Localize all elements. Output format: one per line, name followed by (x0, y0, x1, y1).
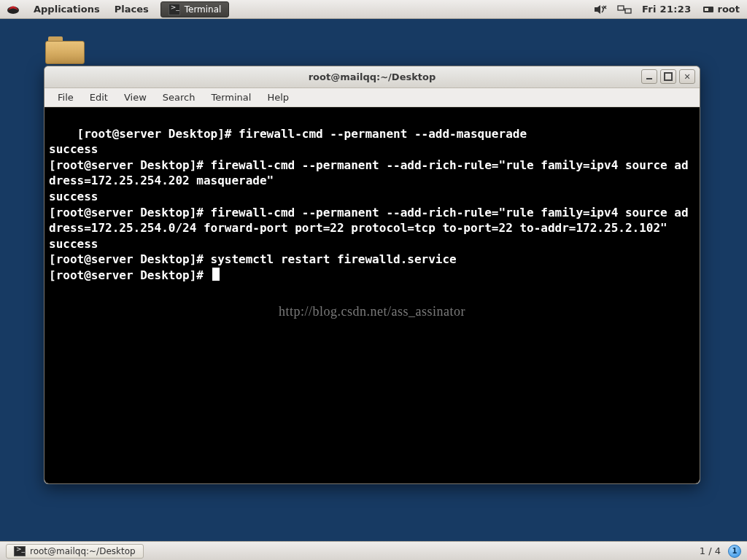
window-buttons (641, 69, 695, 84)
minimize-button[interactable] (641, 69, 657, 84)
terminal-menubar: File Edit View Search Terminal Help (44, 88, 700, 107)
watermark-text: http://blog.csdn.net/ass_assinator (44, 303, 700, 320)
taskbar-terminal-button[interactable]: root@mailqq:~/Desktop (6, 544, 144, 559)
close-button[interactable] (679, 69, 695, 84)
workspace-badge[interactable]: 1 (728, 545, 741, 558)
volume-icon[interactable] (594, 4, 607, 15)
taskbar-label: root@mailqq:~/Desktop (30, 546, 136, 556)
top-panel: Applications Places Terminal Fri 21:23 r… (0, 0, 747, 19)
terminal-output[interactable]: [root@server Desktop]# firewall-cmd --pe… (44, 107, 700, 483)
workspace-text: 1 / 4 (700, 545, 721, 556)
terminal-line: success (49, 237, 98, 251)
window-titlebar[interactable]: root@mailqq:~/Desktop (44, 66, 700, 88)
terminal-line: [root@server Desktop]# firewall-cmd --pe… (49, 158, 689, 188)
svg-rect-8 (705, 8, 708, 11)
top-panel-right: Fri 21:23 root (594, 4, 747, 15)
terminal-window: root@mailqq:~/Desktop File Edit View Sea… (44, 66, 700, 484)
terminal-line: [root@server Desktop]# firewall-cmd --pe… (49, 206, 689, 236)
menu-search[interactable]: Search (155, 90, 203, 104)
terminal-line: success (49, 190, 98, 203)
terminal-cursor (212, 268, 220, 281)
terminal-icon (14, 546, 26, 556)
panel-task-terminal[interactable]: Terminal (160, 1, 230, 18)
maximize-button[interactable] (660, 69, 676, 84)
terminal-line: [root@server Desktop]# (49, 268, 211, 282)
terminal-line: [root@server Desktop]# systemctl restart… (49, 252, 457, 266)
desktop-folder-icon[interactable] (45, 35, 85, 64)
bottom-panel: root@mailqq:~/Desktop 1 / 4 1 (0, 541, 747, 560)
places-menu[interactable]: Places (107, 0, 156, 19)
menu-file[interactable]: File (50, 90, 81, 104)
terminal-icon (169, 4, 180, 15)
menu-view[interactable]: View (117, 90, 154, 104)
window-title: root@mailqq:~/Desktop (44, 71, 700, 82)
svg-rect-5 (625, 9, 631, 13)
menu-help[interactable]: Help (260, 90, 296, 104)
top-panel-left: Applications Places Terminal (0, 0, 229, 19)
svg-marker-1 (595, 5, 600, 14)
user-icon (702, 4, 715, 15)
network-icon[interactable] (617, 4, 632, 15)
user-menu[interactable]: root (702, 4, 740, 15)
panel-task-label: Terminal (185, 4, 222, 15)
terminal-line: [root@server Desktop]# firewall-cmd --pe… (77, 127, 527, 141)
distro-logo-icon (4, 3, 22, 16)
workspace-indicator: 1 / 4 1 (700, 545, 741, 558)
clock[interactable]: Fri 21:23 (642, 4, 692, 15)
terminal-line: success (49, 142, 98, 156)
menu-terminal[interactable]: Terminal (204, 90, 258, 104)
menu-edit[interactable]: Edit (82, 90, 115, 104)
svg-rect-4 (618, 6, 624, 10)
applications-menu[interactable]: Applications (26, 0, 107, 19)
user-label: root (718, 4, 740, 15)
